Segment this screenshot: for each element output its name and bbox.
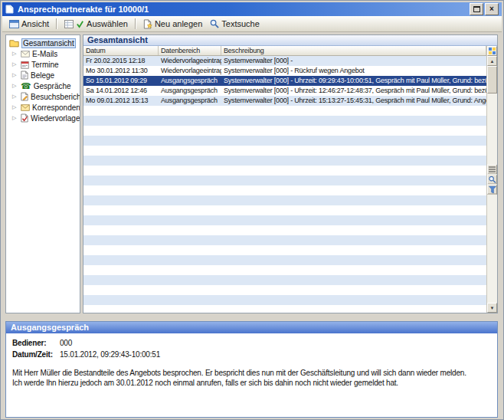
tree-item-gesamtansicht[interactable]: Gesamtansicht	[6, 38, 80, 48]
auswaehlen-label: Auswählen	[87, 19, 128, 28]
tree-item-label: Gesamtansicht	[21, 38, 76, 48]
letter-icon	[21, 104, 30, 111]
ansicht-label: Ansicht	[21, 19, 49, 28]
detail-field: Datum/Zeit: 15.01.2012, 09:29:43-10:00:5…	[12, 349, 491, 360]
new-item-icon	[143, 19, 152, 29]
magnifier-icon	[489, 176, 496, 183]
expander-icon[interactable]	[12, 59, 18, 70]
table-row[interactable]: Mo 09.01.2012 15:13 Ausgangsgespräch Sys…	[83, 96, 486, 106]
tree-item-label: Wiedervorlagen	[31, 114, 80, 123]
tree-item-wiedervorlagen[interactable]: Wiedervorlagen	[6, 113, 80, 123]
expander-icon[interactable]	[12, 48, 18, 59]
filter-button[interactable]	[487, 185, 497, 195]
detail-title: Ausgangsgespräch	[6, 322, 497, 333]
neu-anlegen-label: Neu anlegen	[155, 19, 202, 28]
phone-icon	[21, 82, 31, 90]
cell-datum: Sa 14.01.2012 12:46	[83, 86, 159, 96]
cell-beschreibung: Systemverwalter [000] - Uhrzeit: 12:46:2…	[221, 86, 486, 96]
auswaehlen-button[interactable]: Auswählen	[61, 18, 132, 30]
report-icon	[21, 92, 28, 101]
expander-icon[interactable]	[12, 102, 18, 113]
table-row[interactable]: Fr 20.02.2015 12:18 Wiedervorlageeintrag…	[83, 56, 486, 66]
navigation-tree: Gesamtansicht E-Mails Termine Belege	[5, 34, 80, 313]
expander-icon[interactable]	[12, 113, 18, 123]
view-icon	[9, 20, 19, 28]
mail-icon	[21, 51, 30, 57]
calendar-icon	[21, 61, 29, 69]
table-header: Datum Datenbereich Beschreibung	[83, 46, 486, 56]
tree-item-emails[interactable]: E-Mails	[6, 48, 80, 59]
tree-item-label: Belege	[31, 71, 54, 80]
column-header-datenbereich[interactable]: Datenbereich	[159, 46, 221, 55]
column-header-datum[interactable]: Datum	[83, 46, 159, 55]
field-label-bediener: Bediener:	[12, 337, 60, 349]
restore-button[interactable]	[470, 3, 483, 15]
toolbar-separator	[56, 18, 57, 29]
cell-datenbereich: Ausgangsgespräch	[159, 86, 221, 96]
vertical-scrollbar[interactable]	[486, 46, 497, 313]
title-bar: Ansprechpartnerakte für 10000/1 ×	[2, 2, 502, 16]
list-title: Gesamtansicht	[83, 35, 497, 46]
cell-datenbereich: Ausgangsgespräch	[159, 76, 221, 86]
table-row[interactable]: Sa 14.01.2012 12:46 Ausgangsgespräch Sys…	[83, 86, 486, 96]
tree-item-label: Besuchsberichte	[31, 93, 80, 101]
tree-item-korrespondenzen[interactable]: Korrespondenzen	[6, 102, 80, 113]
entry-list-panel: Gesamtansicht Datum Datenbereich Beschre…	[83, 34, 498, 313]
cell-datenbereich: Ausgangsgespräch	[159, 96, 221, 106]
table-row-selected[interactable]: So 15.01.2012 09:29 Ausgangsgespräch Sys…	[83, 76, 486, 86]
tree-item-label: E-Mails	[32, 50, 57, 58]
column-header-beschreibung[interactable]: Beschreibung	[221, 46, 486, 55]
tree-item-besuchsberichte[interactable]: Besuchsberichte	[6, 91, 80, 102]
tree-item-gespraeche[interactable]: Gespräche	[6, 80, 80, 91]
filter-icon	[489, 185, 496, 193]
tree-item-termine[interactable]: Termine	[6, 59, 80, 70]
cell-datum: So 15.01.2012 09:29	[83, 76, 159, 86]
scroll-up-button[interactable]	[487, 56, 497, 66]
expander-icon[interactable]	[12, 80, 18, 91]
column-chooser-button[interactable]	[487, 46, 497, 56]
cell-beschreibung: Systemverwalter [000] - Rückruf wegen An…	[221, 66, 486, 76]
note-line: Ich werde Ihn hierzu jedoch am 30.01.201…	[12, 378, 491, 388]
tree-item-belege[interactable]: Belege	[6, 70, 80, 80]
note-line: Mit Herr Müller die Bestandteile des Ang…	[12, 368, 491, 378]
list-options-button[interactable]	[487, 165, 497, 175]
toolbar: Ansicht Auswählen Neu anlegen Textsuche	[2, 16, 502, 32]
expander-icon[interactable]	[12, 91, 18, 102]
close-button[interactable]: ×	[485, 3, 499, 15]
cell-beschreibung: Systemverwalter [000] - Uhrzeit: 15:13:2…	[221, 96, 486, 106]
cell-datum: Fr 20.02.2015 12:18	[83, 56, 159, 66]
cell-datum: Mo 09.01.2012 15:13	[83, 96, 159, 106]
app-window: Ansprechpartnerakte für 10000/1 × Ansich…	[0, 0, 504, 420]
detail-note: Mit Herr Müller die Bestandteile des Ang…	[12, 368, 491, 388]
ansicht-button[interactable]: Ansicht	[5, 18, 53, 30]
detail-field: Bediener: 000	[12, 337, 491, 349]
table-row[interactable]: Mo 30.01.2012 11:30 Wiedervorlageeintrag…	[83, 66, 486, 76]
field-value-bediener: 000	[60, 337, 72, 349]
scrollbar-thumb[interactable]	[487, 66, 497, 94]
zoom-button[interactable]	[487, 175, 497, 185]
folder-icon	[9, 38, 19, 48]
select-grid-icon	[64, 20, 74, 28]
close-icon: ×	[489, 5, 494, 13]
textsuche-button[interactable]: Textsuche	[206, 18, 263, 30]
scroll-down-button[interactable]	[487, 303, 497, 313]
document-icon	[21, 71, 28, 80]
grid-icon	[489, 48, 496, 54]
restore-icon	[473, 6, 480, 12]
tree-item-label: Korrespondenzen	[32, 103, 80, 112]
textsuche-label: Textsuche	[221, 19, 260, 28]
detail-panel: Ausgangsgespräch Bediener: 000 Datum/Zei…	[5, 321, 498, 418]
cell-datum: Mo 30.01.2012 11:30	[83, 66, 159, 76]
tree-item-label: Gespräche	[34, 82, 71, 90]
expander-icon[interactable]	[12, 70, 18, 80]
cell-beschreibung: Systemverwalter [000] -	[221, 56, 486, 66]
toolbar-separator	[135, 18, 136, 29]
empty-rows-area	[83, 106, 486, 313]
tree-item-label: Termine	[31, 61, 59, 69]
cell-datenbereich: Wiedervorlageeintrag	[159, 56, 221, 66]
cell-beschreibung: Systemverwalter [000] - Uhrzeit: 09:29:4…	[221, 76, 486, 86]
neu-anlegen-button[interactable]: Neu anlegen	[139, 18, 206, 31]
field-label-datum-zeit: Datum/Zeit:	[12, 349, 60, 360]
select-check-icon	[76, 20, 84, 28]
window-title: Ansprechpartnerakte für 10000/1	[18, 5, 468, 14]
